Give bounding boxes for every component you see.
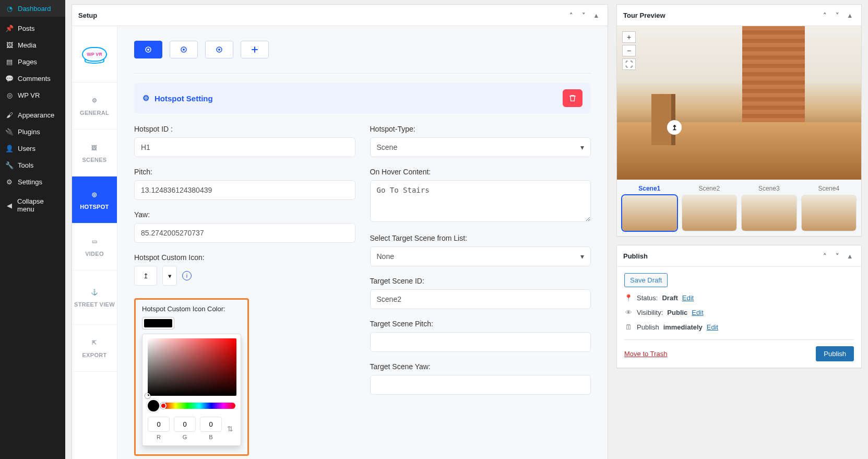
edit-schedule-link[interactable]: Edit: [707, 323, 718, 331]
setup-panel-title: Setup: [78, 11, 97, 19]
hue-slider[interactable]: [163, 403, 235, 409]
panel-move-up[interactable]: ˄: [819, 10, 830, 20]
hotspot-tab-3[interactable]: [205, 41, 233, 58]
color-r-input[interactable]: [148, 417, 170, 432]
settings-icon: ⚙: [5, 178, 14, 186]
zoom-in-button[interactable]: +: [622, 31, 636, 43]
menu-dashboard[interactable]: ◔Dashboard: [0, 0, 65, 17]
menu-comments[interactable]: 💬Comments: [0, 70, 65, 87]
menu-settings[interactable]: ⚙Settings: [0, 173, 65, 190]
plug-icon: 🔌: [5, 127, 14, 136]
pin-icon: 📍: [624, 293, 633, 302]
menu-users[interactable]: 👤Users: [0, 140, 65, 157]
wpvr-icon: ◎: [5, 91, 14, 99]
tab-scenes[interactable]: 🖼 SCENES: [72, 130, 117, 176]
vr-preview-canvas[interactable]: + − ⛶ ↥: [617, 26, 861, 180]
menu-plugins[interactable]: 🔌Plugins: [0, 123, 65, 140]
yaw-input[interactable]: [134, 223, 355, 243]
tab-hotspot[interactable]: ◎ HOTSPOT: [72, 176, 117, 223]
visibility-value: Public: [667, 309, 687, 316]
status-value: Draft: [662, 294, 677, 302]
panel-move-down[interactable]: ˅: [578, 10, 589, 20]
publish-panel-title: Publish: [623, 252, 648, 260]
info-icon[interactable]: i: [182, 271, 192, 280]
tour-preview-panel: Tour Preview ˄ ˅ ▴ + − ⛶: [616, 4, 862, 237]
scene-thumbnails: Scene1 Scene2 Scene3 Scene4: [617, 180, 861, 236]
panel-toggle[interactable]: ▴: [845, 10, 855, 20]
publish-button[interactable]: Publish: [816, 346, 854, 361]
label-icon-color: Hotspot Custom Icon Color:: [142, 305, 241, 313]
save-draft-button[interactable]: Save Draft: [624, 273, 668, 287]
edit-visibility-link[interactable]: Edit: [692, 309, 703, 316]
menu-tools[interactable]: 🔧Tools: [0, 157, 65, 173]
menu-media[interactable]: 🖼Media: [0, 37, 65, 53]
panel-move-down[interactable]: ˅: [832, 10, 842, 20]
anchor-icon: ⚓: [90, 288, 99, 297]
menu-wpvr[interactable]: ◎WP VR: [0, 87, 65, 103]
color-b-input[interactable]: [200, 417, 222, 432]
hotspot-tab-add[interactable]: [241, 41, 269, 58]
hotspot-setting-header: ⚙Hotspot Setting: [134, 83, 591, 113]
video-icon: ▭: [90, 237, 99, 246]
target-scene-select[interactable]: None▾: [370, 246, 591, 266]
tab-street-view[interactable]: ⚓ STREET VIEW: [72, 270, 117, 325]
delete-hotspot-button[interactable]: [563, 89, 582, 107]
tab-export[interactable]: ⇱ EXPORT: [72, 325, 117, 372]
move-to-trash-link[interactable]: Move to Trash: [624, 350, 667, 358]
preview-hotspot-marker[interactable]: ↥: [667, 120, 682, 135]
color-format-toggle[interactable]: ⇅: [226, 425, 234, 433]
scene-thumb-2[interactable]: Scene2: [682, 185, 737, 231]
label-status: Status:: [637, 294, 658, 302]
panel-move-down[interactable]: ˅: [832, 251, 842, 261]
svg-point-5: [218, 49, 220, 51]
chevron-down-icon: ▾: [580, 252, 584, 261]
pitch-input[interactable]: [134, 180, 355, 200]
setup-panel: Setup ˄ ˅ ▴ WP VR ⚙ G: [72, 4, 608, 459]
target-scene-id-input[interactable]: [370, 289, 591, 309]
menu-pages[interactable]: ▤Pages: [0, 53, 65, 70]
saturation-value-canvas[interactable]: [148, 338, 236, 396]
label-yaw: Yaw:: [134, 210, 355, 219]
menu-appearance[interactable]: 🖌Appearance: [0, 107, 65, 123]
menu-posts[interactable]: 📌Posts: [0, 20, 65, 37]
panel-toggle[interactable]: ▴: [845, 251, 855, 261]
icon-picker-dropdown[interactable]: ▾: [162, 266, 177, 286]
scene-thumb-1[interactable]: Scene1: [622, 185, 677, 231]
tab-video[interactable]: ▭ VIDEO: [72, 223, 117, 270]
tab-general[interactable]: ⚙ GENERAL: [72, 83, 117, 130]
panel-toggle[interactable]: ▴: [591, 10, 601, 20]
menu-collapse[interactable]: ◀Collapse menu: [0, 193, 65, 217]
on-hover-textarea[interactable]: Go To Stairs: [370, 180, 591, 222]
custom-icon-color-section: Hotspot Custom Icon Color:: [134, 298, 249, 456]
hotspot-id-input[interactable]: [134, 137, 355, 157]
hotspot-tab-2[interactable]: [170, 41, 198, 58]
users-icon: 👤: [5, 144, 14, 152]
scene-thumb-label: Scene2: [682, 185, 737, 192]
plugin-tab-rail: WP VR ⚙ GENERAL 🖼 SCENES ◎ HOTSPOT: [72, 26, 117, 459]
hotspot-tab-1[interactable]: [134, 41, 162, 58]
panel-move-up[interactable]: ˄: [566, 10, 576, 20]
color-swatch-button[interactable]: [142, 317, 174, 329]
hotspot-setting-title: Hotspot Setting: [154, 94, 213, 103]
label-hotspot-type: Hotspot-Type:: [370, 125, 591, 133]
color-g-input[interactable]: [174, 417, 196, 432]
target-yaw-input[interactable]: [370, 375, 591, 395]
scene-thumb-3[interactable]: Scene3: [742, 185, 796, 231]
panel-move-up[interactable]: ˄: [819, 251, 830, 261]
target-pitch-input[interactable]: [370, 332, 591, 352]
label-select-target-scene: Select Target Scene from List:: [370, 234, 591, 242]
fullscreen-button[interactable]: ⛶: [622, 58, 636, 70]
comments-icon: 💬: [5, 74, 14, 83]
zoom-out-button[interactable]: −: [622, 45, 636, 56]
label-visibility: Visibility:: [637, 309, 663, 316]
gear-icon: ⚙: [142, 93, 149, 103]
edit-status-link[interactable]: Edit: [682, 294, 694, 302]
current-color-preview: [148, 400, 159, 411]
label-schedule: Publish: [637, 323, 659, 331]
icon-picker-button[interactable]: ↥: [134, 266, 157, 286]
scene-thumb-label: Scene1: [622, 185, 677, 192]
hotspot-type-select[interactable]: Scene▾: [370, 137, 591, 157]
scene-thumb-label: Scene4: [802, 185, 857, 192]
arrow-up-icon: ↥: [143, 272, 149, 280]
scene-thumb-4[interactable]: Scene4: [802, 185, 857, 231]
